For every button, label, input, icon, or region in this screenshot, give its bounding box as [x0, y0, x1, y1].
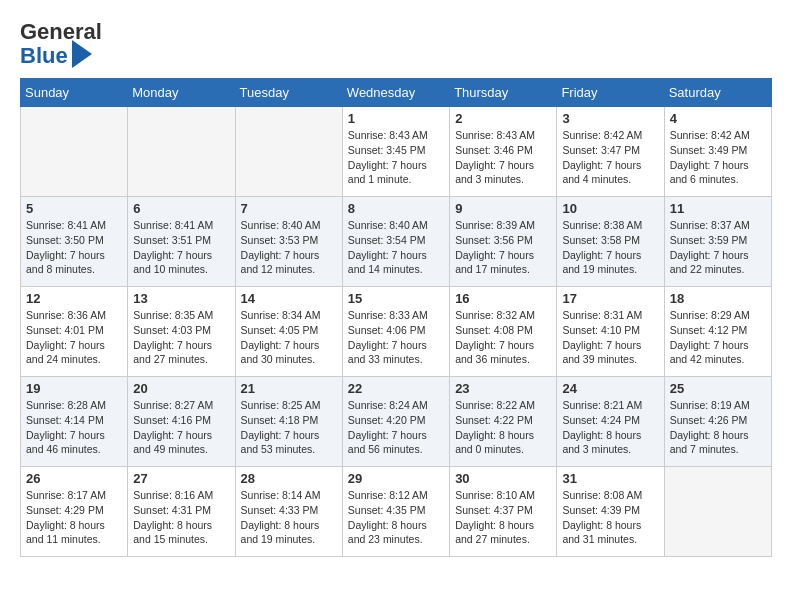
day-info: Sunrise: 8:22 AM Sunset: 4:22 PM Dayligh…	[455, 398, 551, 457]
calendar-day-cell: 23Sunrise: 8:22 AM Sunset: 4:22 PM Dayli…	[450, 377, 557, 467]
weekday-header: Saturday	[664, 79, 771, 107]
calendar-day-cell: 7Sunrise: 8:40 AM Sunset: 3:53 PM Daylig…	[235, 197, 342, 287]
day-number: 2	[455, 111, 551, 126]
calendar-day-cell: 19Sunrise: 8:28 AM Sunset: 4:14 PM Dayli…	[21, 377, 128, 467]
day-number: 30	[455, 471, 551, 486]
calendar-day-cell: 29Sunrise: 8:12 AM Sunset: 4:35 PM Dayli…	[342, 467, 449, 557]
calendar-day-cell: 18Sunrise: 8:29 AM Sunset: 4:12 PM Dayli…	[664, 287, 771, 377]
day-number: 25	[670, 381, 766, 396]
day-number: 10	[562, 201, 658, 216]
day-info: Sunrise: 8:32 AM Sunset: 4:08 PM Dayligh…	[455, 308, 551, 367]
calendar-empty-cell	[235, 107, 342, 197]
day-number: 5	[26, 201, 122, 216]
day-info: Sunrise: 8:35 AM Sunset: 4:03 PM Dayligh…	[133, 308, 229, 367]
weekday-header: Sunday	[21, 79, 128, 107]
day-info: Sunrise: 8:14 AM Sunset: 4:33 PM Dayligh…	[241, 488, 337, 547]
day-info: Sunrise: 8:43 AM Sunset: 3:45 PM Dayligh…	[348, 128, 444, 187]
day-number: 29	[348, 471, 444, 486]
day-number: 6	[133, 201, 229, 216]
calendar-day-cell: 30Sunrise: 8:10 AM Sunset: 4:37 PM Dayli…	[450, 467, 557, 557]
day-info: Sunrise: 8:19 AM Sunset: 4:26 PM Dayligh…	[670, 398, 766, 457]
calendar-empty-cell	[128, 107, 235, 197]
calendar-day-cell: 27Sunrise: 8:16 AM Sunset: 4:31 PM Dayli…	[128, 467, 235, 557]
day-info: Sunrise: 8:40 AM Sunset: 3:53 PM Dayligh…	[241, 218, 337, 277]
calendar-day-cell: 1Sunrise: 8:43 AM Sunset: 3:45 PM Daylig…	[342, 107, 449, 197]
day-number: 17	[562, 291, 658, 306]
day-info: Sunrise: 8:24 AM Sunset: 4:20 PM Dayligh…	[348, 398, 444, 457]
day-info: Sunrise: 8:27 AM Sunset: 4:16 PM Dayligh…	[133, 398, 229, 457]
day-number: 26	[26, 471, 122, 486]
calendar-week-row: 1Sunrise: 8:43 AM Sunset: 3:45 PM Daylig…	[21, 107, 772, 197]
weekday-header: Thursday	[450, 79, 557, 107]
day-number: 3	[562, 111, 658, 126]
weekday-header: Wednesday	[342, 79, 449, 107]
calendar-header-row: SundayMondayTuesdayWednesdayThursdayFrid…	[21, 79, 772, 107]
day-number: 22	[348, 381, 444, 396]
calendar-day-cell: 21Sunrise: 8:25 AM Sunset: 4:18 PM Dayli…	[235, 377, 342, 467]
calendar-day-cell: 25Sunrise: 8:19 AM Sunset: 4:26 PM Dayli…	[664, 377, 771, 467]
calendar-empty-cell	[664, 467, 771, 557]
logo-blue: Blue	[20, 44, 68, 68]
calendar-day-cell: 13Sunrise: 8:35 AM Sunset: 4:03 PM Dayli…	[128, 287, 235, 377]
day-info: Sunrise: 8:42 AM Sunset: 3:49 PM Dayligh…	[670, 128, 766, 187]
day-info: Sunrise: 8:21 AM Sunset: 4:24 PM Dayligh…	[562, 398, 658, 457]
calendar-table: SundayMondayTuesdayWednesdayThursdayFrid…	[20, 78, 772, 557]
calendar-day-cell: 14Sunrise: 8:34 AM Sunset: 4:05 PM Dayli…	[235, 287, 342, 377]
day-number: 1	[348, 111, 444, 126]
day-info: Sunrise: 8:42 AM Sunset: 3:47 PM Dayligh…	[562, 128, 658, 187]
day-info: Sunrise: 8:37 AM Sunset: 3:59 PM Dayligh…	[670, 218, 766, 277]
day-number: 13	[133, 291, 229, 306]
weekday-header: Tuesday	[235, 79, 342, 107]
day-info: Sunrise: 8:40 AM Sunset: 3:54 PM Dayligh…	[348, 218, 444, 277]
day-info: Sunrise: 8:38 AM Sunset: 3:58 PM Dayligh…	[562, 218, 658, 277]
day-info: Sunrise: 8:34 AM Sunset: 4:05 PM Dayligh…	[241, 308, 337, 367]
day-number: 11	[670, 201, 766, 216]
day-info: Sunrise: 8:33 AM Sunset: 4:06 PM Dayligh…	[348, 308, 444, 367]
day-info: Sunrise: 8:43 AM Sunset: 3:46 PM Dayligh…	[455, 128, 551, 187]
day-number: 21	[241, 381, 337, 396]
calendar-day-cell: 26Sunrise: 8:17 AM Sunset: 4:29 PM Dayli…	[21, 467, 128, 557]
calendar-day-cell: 5Sunrise: 8:41 AM Sunset: 3:50 PM Daylig…	[21, 197, 128, 287]
calendar-day-cell: 9Sunrise: 8:39 AM Sunset: 3:56 PM Daylig…	[450, 197, 557, 287]
calendar-day-cell: 17Sunrise: 8:31 AM Sunset: 4:10 PM Dayli…	[557, 287, 664, 377]
day-number: 27	[133, 471, 229, 486]
day-number: 12	[26, 291, 122, 306]
day-info: Sunrise: 8:25 AM Sunset: 4:18 PM Dayligh…	[241, 398, 337, 457]
day-number: 15	[348, 291, 444, 306]
calendar-week-row: 19Sunrise: 8:28 AM Sunset: 4:14 PM Dayli…	[21, 377, 772, 467]
day-info: Sunrise: 8:36 AM Sunset: 4:01 PM Dayligh…	[26, 308, 122, 367]
day-number: 28	[241, 471, 337, 486]
weekday-header: Monday	[128, 79, 235, 107]
calendar-week-row: 26Sunrise: 8:17 AM Sunset: 4:29 PM Dayli…	[21, 467, 772, 557]
day-info: Sunrise: 8:28 AM Sunset: 4:14 PM Dayligh…	[26, 398, 122, 457]
calendar-day-cell: 16Sunrise: 8:32 AM Sunset: 4:08 PM Dayli…	[450, 287, 557, 377]
calendar-day-cell: 10Sunrise: 8:38 AM Sunset: 3:58 PM Dayli…	[557, 197, 664, 287]
calendar-day-cell: 28Sunrise: 8:14 AM Sunset: 4:33 PM Dayli…	[235, 467, 342, 557]
day-number: 20	[133, 381, 229, 396]
weekday-header: Friday	[557, 79, 664, 107]
page-header: General Blue	[20, 20, 772, 68]
calendar-week-row: 12Sunrise: 8:36 AM Sunset: 4:01 PM Dayli…	[21, 287, 772, 377]
calendar-day-cell: 24Sunrise: 8:21 AM Sunset: 4:24 PM Dayli…	[557, 377, 664, 467]
calendar-day-cell: 6Sunrise: 8:41 AM Sunset: 3:51 PM Daylig…	[128, 197, 235, 287]
day-number: 31	[562, 471, 658, 486]
calendar-day-cell: 31Sunrise: 8:08 AM Sunset: 4:39 PM Dayli…	[557, 467, 664, 557]
day-info: Sunrise: 8:41 AM Sunset: 3:50 PM Dayligh…	[26, 218, 122, 277]
day-number: 18	[670, 291, 766, 306]
calendar-day-cell: 2Sunrise: 8:43 AM Sunset: 3:46 PM Daylig…	[450, 107, 557, 197]
logo-arrow-icon	[72, 40, 92, 68]
day-info: Sunrise: 8:17 AM Sunset: 4:29 PM Dayligh…	[26, 488, 122, 547]
calendar-week-row: 5Sunrise: 8:41 AM Sunset: 3:50 PM Daylig…	[21, 197, 772, 287]
logo: General Blue	[20, 20, 102, 68]
day-number: 4	[670, 111, 766, 126]
day-info: Sunrise: 8:39 AM Sunset: 3:56 PM Dayligh…	[455, 218, 551, 277]
calendar-day-cell: 15Sunrise: 8:33 AM Sunset: 4:06 PM Dayli…	[342, 287, 449, 377]
day-info: Sunrise: 8:41 AM Sunset: 3:51 PM Dayligh…	[133, 218, 229, 277]
calendar-empty-cell	[21, 107, 128, 197]
day-info: Sunrise: 8:08 AM Sunset: 4:39 PM Dayligh…	[562, 488, 658, 547]
day-info: Sunrise: 8:16 AM Sunset: 4:31 PM Dayligh…	[133, 488, 229, 547]
day-number: 23	[455, 381, 551, 396]
day-info: Sunrise: 8:29 AM Sunset: 4:12 PM Dayligh…	[670, 308, 766, 367]
day-number: 7	[241, 201, 337, 216]
day-number: 24	[562, 381, 658, 396]
